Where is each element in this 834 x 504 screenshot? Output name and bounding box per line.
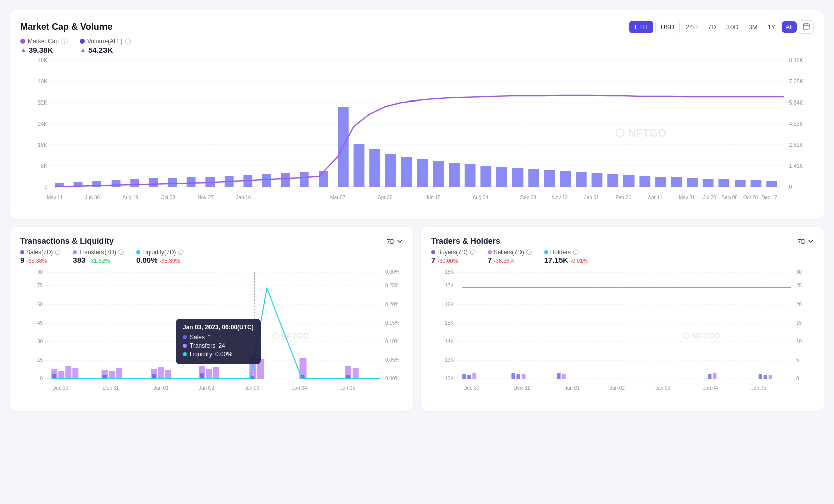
transfers-value: 383 [73, 256, 85, 264]
svg-text:Jun 30: Jun 30 [85, 195, 100, 200]
transactions-metrics: Sales(7D) i 9 -65.38% Transfers(7D) i [20, 249, 403, 264]
svg-text:Jan 05: Jan 05 [340, 385, 356, 391]
svg-rect-179 [467, 375, 471, 379]
svg-rect-181 [516, 374, 520, 379]
time-7d[interactable]: 7D [704, 21, 720, 33]
time-24h[interactable]: 24H [682, 21, 702, 33]
buyers-dot [431, 250, 435, 254]
time-all[interactable]: All [782, 21, 797, 33]
svg-text:30: 30 [796, 269, 802, 275]
svg-rect-178 [462, 374, 466, 379]
svg-rect-32 [168, 178, 177, 187]
svg-text:Dec 30: Dec 30 [463, 385, 479, 391]
svg-rect-126 [165, 370, 171, 379]
sales-dot [20, 250, 24, 254]
svg-text:Oct 28: Oct 28 [743, 195, 758, 200]
calendar-icon [803, 23, 810, 30]
traders-chart-svg: 12K 13K 14K 15K 16K 17K 18K 0 5 10 15 20… [431, 268, 814, 399]
svg-text:Sep 23: Sep 23 [520, 195, 537, 200]
svg-rect-33 [187, 177, 196, 187]
svg-rect-129 [213, 367, 219, 379]
traders-period-label: 7D [797, 238, 806, 245]
svg-rect-122 [109, 371, 115, 379]
svg-rect-125 [158, 367, 164, 379]
svg-rect-64 [703, 179, 714, 187]
svg-rect-141 [346, 375, 350, 379]
time-controls: ETH USD 24H 7D 30D 3M 1Y All [629, 20, 814, 34]
svg-rect-45 [401, 157, 412, 187]
svg-rect-131 [257, 359, 264, 379]
time-3m[interactable]: 3M [745, 21, 762, 33]
svg-text:Oct 08: Oct 08 [161, 195, 176, 200]
svg-text:75: 75 [37, 283, 43, 288]
transactions-period-select[interactable]: 7D [386, 238, 403, 245]
sales-value: 9 [20, 256, 24, 264]
svg-rect-44 [385, 154, 396, 187]
svg-text:i: i [472, 251, 473, 255]
svg-rect-68 [766, 181, 777, 187]
svg-rect-188 [562, 374, 566, 379]
time-1y[interactable]: 1Y [764, 21, 780, 33]
traders-card: Traders & Holders 7D Buyers(7D) i [421, 227, 824, 411]
svg-text:Jan 04: Jan 04 [703, 385, 718, 391]
svg-text:Jan 03: Jan 03 [244, 385, 260, 391]
volume-value: 54.23K [88, 46, 113, 54]
info-icon-liquidity: i [178, 249, 184, 255]
holders-label: Holders [550, 249, 571, 256]
svg-text:Apr 26: Apr 26 [378, 195, 393, 200]
svg-text:i: i [64, 40, 65, 44]
top-chart-title: Market Cap & Volume [20, 22, 113, 32]
svg-text:14K: 14K [445, 339, 454, 344]
svg-text:Dec 31: Dec 31 [514, 385, 530, 391]
svg-rect-43 [369, 149, 380, 187]
svg-rect-48 [449, 163, 460, 187]
svg-text:Jan 01: Jan 01 [565, 385, 580, 391]
legend-volume: Volume(ALL) i ▲ 54.23K [80, 38, 131, 54]
transactions-card: Transactions & Liquidity 7D Sales(7D) i [10, 227, 413, 411]
svg-rect-118 [58, 371, 64, 379]
svg-text:5.64K: 5.64K [789, 99, 804, 106]
metric-transfers: Transfers(7D) i 383 +31.62% [73, 249, 124, 264]
traders-period-select[interactable]: 7D [797, 238, 814, 245]
marketcap-arrow: ▲ [20, 46, 27, 54]
svg-text:Jul 20: Jul 20 [703, 195, 716, 200]
svg-text:Dec 31: Dec 31 [103, 385, 119, 391]
eth-button[interactable]: ETH [629, 21, 653, 33]
metric-buyers: Buyers(7D) i 7 -30.00% [431, 249, 476, 264]
usd-button[interactable]: USD [655, 21, 680, 33]
svg-text:0.20%: 0.20% [385, 301, 400, 307]
svg-text:8K: 8K [41, 163, 48, 169]
svg-text:Nov 12: Nov 12 [552, 195, 568, 200]
info-icon-buyers: i [470, 249, 476, 255]
svg-text:Jan 16: Jan 16 [236, 195, 251, 200]
time-30d[interactable]: 30D [722, 21, 743, 33]
svg-text:0.25%: 0.25% [385, 283, 400, 288]
svg-rect-138 [200, 373, 204, 379]
svg-rect-42 [354, 144, 365, 187]
svg-text:2.82K: 2.82K [789, 142, 804, 148]
chevron-down-icon-traders [808, 238, 814, 244]
liquidity-pct: -65.39% [160, 258, 180, 264]
svg-text:Jan 05: Jan 05 [751, 385, 767, 391]
liquidity-label: Liquidity(7D) [142, 249, 176, 256]
svg-text:i: i [58, 251, 59, 255]
svg-rect-54 [544, 170, 555, 187]
calendar-button[interactable] [799, 20, 814, 34]
svg-rect-57 [592, 173, 603, 187]
svg-text:i: i [181, 251, 182, 255]
svg-text:17K: 17K [445, 283, 454, 288]
svg-text:i: i [575, 251, 576, 255]
svg-text:i: i [128, 40, 129, 44]
svg-text:Feb 20: Feb 20 [615, 195, 631, 200]
liquidity-dot [136, 250, 140, 254]
svg-rect-136 [102, 375, 107, 379]
svg-rect-60 [639, 176, 650, 187]
marketcap-value: 39.38K [29, 46, 53, 54]
svg-rect-39 [300, 172, 309, 187]
liquidity-value: 0.00% [136, 256, 158, 264]
svg-rect-55 [560, 171, 571, 187]
legend-marketcap: Market Cap i ▲ 39.38K [20, 38, 68, 54]
svg-text:1.41K: 1.41K [789, 163, 804, 169]
info-icon-sellers: i [526, 249, 532, 255]
svg-rect-51 [496, 167, 507, 187]
